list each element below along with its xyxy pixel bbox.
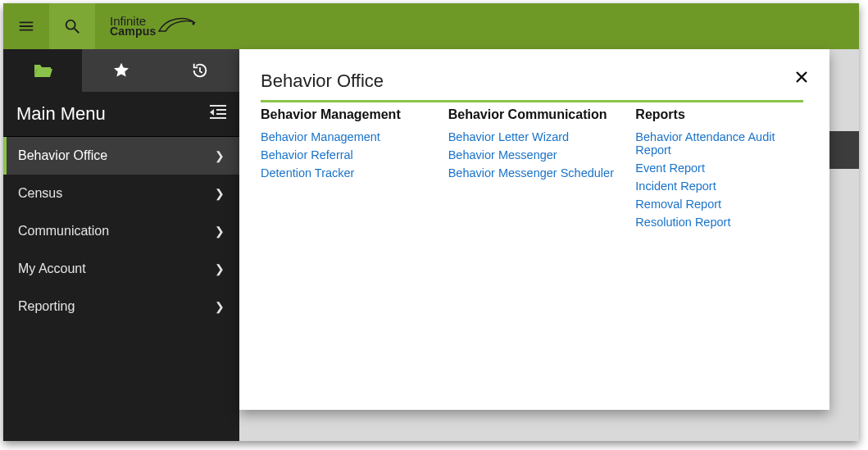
app-header: Infinite Campus bbox=[3, 3, 859, 49]
app-body: Main Menu Behavior Office ❯ Census ❯ bbox=[3, 49, 859, 441]
nav-item-my-account[interactable]: My Account ❯ bbox=[3, 250, 239, 288]
search-icon bbox=[63, 17, 81, 35]
chevron-right-icon: ❯ bbox=[215, 262, 225, 275]
sidebar-title: Main Menu bbox=[16, 103, 106, 125]
menu-toggle-button[interactable] bbox=[3, 3, 49, 49]
collapse-menu-button[interactable] bbox=[210, 103, 226, 125]
link-detention-tracker[interactable]: Detention Tracker bbox=[261, 166, 429, 180]
star-icon bbox=[112, 61, 130, 80]
flyout-panel: Behavior Office Behavior Management Beha… bbox=[239, 49, 829, 410]
panel-column-reports: Reports Behavior Attendance Audit Report… bbox=[635, 107, 803, 234]
nav-item-label: Behavior Office bbox=[18, 148, 107, 163]
hamburger-icon bbox=[17, 17, 35, 35]
content-area: Behavior Office Behavior Management Beha… bbox=[239, 49, 859, 441]
link-behavior-attendance-audit-report[interactable]: Behavior Attendance Audit Report bbox=[635, 130, 803, 157]
column-heading: Behavior Management bbox=[261, 107, 429, 122]
history-icon bbox=[191, 61, 209, 80]
link-behavior-messenger-scheduler[interactable]: Behavior Messenger Scheduler bbox=[448, 166, 616, 180]
link-resolution-report[interactable]: Resolution Report bbox=[635, 216, 803, 229]
sidebar-tabs bbox=[3, 49, 239, 92]
link-behavior-referral[interactable]: Behavior Referral bbox=[261, 148, 429, 161]
panel-close-button[interactable] bbox=[792, 67, 811, 87]
chevron-right-icon: ❯ bbox=[215, 187, 225, 200]
sidebar-header: Main Menu bbox=[3, 92, 239, 137]
panel-title: Behavior Office bbox=[261, 70, 803, 102]
link-behavior-messenger[interactable]: Behavior Messenger bbox=[448, 148, 616, 161]
brand-logo: Infinite Campus bbox=[110, 15, 198, 38]
svg-point-0 bbox=[66, 20, 75, 30]
panel-columns: Behavior Management Behavior Management … bbox=[261, 107, 803, 234]
sidebar-tab-favorites[interactable] bbox=[82, 49, 161, 92]
panel-column-behavior-communication: Behavior Communication Behavior Letter W… bbox=[448, 107, 616, 234]
chevron-right-icon: ❯ bbox=[215, 225, 225, 238]
sidebar-tab-history[interactable] bbox=[161, 49, 239, 92]
link-behavior-letter-wizard[interactable]: Behavior Letter Wizard bbox=[448, 130, 616, 143]
search-button[interactable] bbox=[49, 3, 95, 49]
link-incident-report[interactable]: Incident Report bbox=[635, 180, 803, 193]
sidebar-tab-browse[interactable] bbox=[3, 49, 82, 92]
app-frame: Infinite Campus bbox=[3, 3, 859, 441]
chevron-right-icon: ❯ bbox=[215, 149, 225, 162]
nav-item-label: My Account bbox=[18, 261, 86, 276]
folder-open-icon bbox=[33, 62, 52, 79]
svg-point-2 bbox=[193, 22, 195, 25]
link-behavior-management[interactable]: Behavior Management bbox=[261, 130, 429, 143]
svg-line-1 bbox=[75, 29, 80, 34]
nav-item-behavior-office[interactable]: Behavior Office ❯ bbox=[3, 137, 239, 175]
brand-line2: Campus bbox=[110, 26, 156, 37]
nav-item-census[interactable]: Census ❯ bbox=[3, 175, 239, 212]
nav-item-label: Reporting bbox=[18, 299, 75, 314]
nav-item-communication[interactable]: Communication ❯ bbox=[3, 212, 239, 250]
outdent-icon bbox=[210, 105, 226, 120]
nav-item-label: Communication bbox=[18, 224, 109, 239]
nav-item-label: Census bbox=[18, 186, 62, 201]
panel-column-behavior-management: Behavior Management Behavior Management … bbox=[261, 107, 429, 234]
chevron-right-icon: ❯ bbox=[215, 300, 225, 313]
sidebar: Main Menu Behavior Office ❯ Census ❯ bbox=[3, 49, 239, 441]
close-icon bbox=[795, 70, 808, 84]
nav-item-reporting[interactable]: Reporting ❯ bbox=[3, 288, 239, 325]
cloud-swoosh-icon bbox=[157, 15, 198, 38]
link-removal-report[interactable]: Removal Report bbox=[635, 198, 803, 211]
column-heading: Reports bbox=[635, 107, 803, 122]
nav-list: Behavior Office ❯ Census ❯ Communication… bbox=[3, 137, 239, 325]
column-heading: Behavior Communication bbox=[448, 107, 616, 122]
link-event-report[interactable]: Event Report bbox=[635, 161, 803, 175]
